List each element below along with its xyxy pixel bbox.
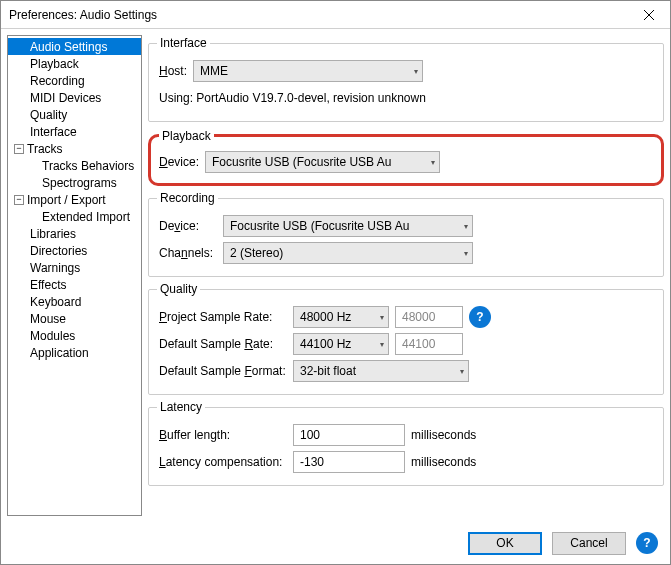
- playback-group-label: Playback: [159, 129, 214, 143]
- tree-item-extended-import[interactable]: Extended Import: [8, 208, 141, 225]
- tree-item-label: Warnings: [30, 261, 80, 275]
- tree-item-application[interactable]: Application: [8, 344, 141, 361]
- playback-group: Playback Device: Focusrite USB (Focusrit…: [148, 134, 664, 186]
- tree-item-mouse[interactable]: Mouse: [8, 310, 141, 327]
- titlebar: Preferences: Audio Settings: [1, 1, 670, 29]
- channels-value: 2 (Stereo): [230, 246, 464, 260]
- tree-item-label: Modules: [30, 329, 75, 343]
- tree-item-label: MIDI Devices: [30, 91, 101, 105]
- recording-device-label: Device:: [159, 219, 217, 233]
- tree-item-label: Keyboard: [30, 295, 81, 309]
- tree-item-modules[interactable]: Modules: [8, 327, 141, 344]
- chevron-down-icon: ▾: [414, 67, 418, 76]
- chevron-down-icon: ▾: [464, 249, 468, 258]
- tree-item-directories[interactable]: Directories: [8, 242, 141, 259]
- project-rate-custom-field[interactable]: 48000: [395, 306, 463, 328]
- main-area: Audio SettingsPlaybackRecordingMIDI Devi…: [1, 29, 670, 522]
- tree-item-label: Libraries: [30, 227, 76, 241]
- channels-combobox[interactable]: 2 (Stereo) ▾: [223, 242, 473, 264]
- question-icon: ?: [643, 536, 650, 550]
- tree-item-label: Mouse: [30, 312, 66, 326]
- tree-item-audio-settings[interactable]: Audio Settings: [8, 38, 141, 55]
- quality-group-label: Quality: [157, 282, 200, 296]
- default-rate-custom-field[interactable]: 44100: [395, 333, 463, 355]
- project-rate-value: 48000 Hz: [300, 310, 380, 324]
- using-text: Using: PortAudio V19.7.0-devel, revision…: [159, 91, 426, 105]
- default-rate-label: Default Sample Rate:: [159, 337, 287, 351]
- tree-item-label: Directories: [30, 244, 87, 258]
- recording-group: Recording Device: Focusrite USB (Focusri…: [148, 198, 664, 277]
- tree-item-label: Tracks Behaviors: [42, 159, 134, 173]
- question-icon: ?: [476, 310, 483, 324]
- buffer-value: 100: [300, 428, 320, 442]
- ok-button[interactable]: OK: [468, 532, 542, 555]
- tree-item-label: Application: [30, 346, 89, 360]
- chevron-down-icon: ▾: [380, 340, 384, 349]
- default-rate-value: 44100 Hz: [300, 337, 380, 351]
- default-rate-combobox[interactable]: 44100 Hz ▾: [293, 333, 389, 355]
- buffer-unit: milliseconds: [411, 428, 476, 442]
- chevron-down-icon: ▾: [431, 158, 435, 167]
- tree-item-label: Tracks: [27, 142, 63, 156]
- tree-toggle-icon[interactable]: −: [14, 144, 24, 154]
- ok-label: OK: [496, 536, 513, 550]
- tree-item-quality[interactable]: Quality: [8, 106, 141, 123]
- close-icon: [644, 10, 654, 20]
- format-label: Default Sample Format:: [159, 364, 287, 378]
- project-rate-combobox[interactable]: 48000 Hz ▾: [293, 306, 389, 328]
- project-rate-custom-value: 48000: [402, 310, 435, 324]
- category-tree[interactable]: Audio SettingsPlaybackRecordingMIDI Devi…: [7, 35, 142, 516]
- tree-item-label: Extended Import: [42, 210, 130, 224]
- host-value: MME: [200, 64, 414, 78]
- tree-item-effects[interactable]: Effects: [8, 276, 141, 293]
- settings-panel: Interface Host: MME ▾ Using: PortAudio V…: [148, 35, 664, 516]
- tree-item-spectrograms[interactable]: Spectrograms: [8, 174, 141, 191]
- quality-group: Quality Project Sample Rate: 48000 Hz ▾ …: [148, 289, 664, 395]
- tree-item-label: Spectrograms: [42, 176, 117, 190]
- recording-device-value: Focusrite USB (Focusrite USB Au: [230, 219, 464, 233]
- host-combobox[interactable]: MME ▾: [193, 60, 423, 82]
- playback-device-label: Device:: [159, 155, 199, 169]
- comp-field[interactable]: -130: [293, 451, 405, 473]
- playback-device-value: Focusrite USB (Focusrite USB Au: [212, 155, 431, 169]
- tree-item-tracks-behaviors[interactable]: Tracks Behaviors: [8, 157, 141, 174]
- latency-group: Latency Buffer length: 100 milliseconds …: [148, 407, 664, 486]
- tree-item-import-export[interactable]: −Import / Export: [8, 191, 141, 208]
- project-rate-label: Project Sample Rate:: [159, 310, 287, 324]
- tree-item-label: Playback: [30, 57, 79, 71]
- comp-label: Latency compensation:: [159, 455, 287, 469]
- recording-group-label: Recording: [157, 191, 218, 205]
- cancel-label: Cancel: [570, 536, 607, 550]
- tree-item-playback[interactable]: Playback: [8, 55, 141, 72]
- cancel-button[interactable]: Cancel: [552, 532, 626, 555]
- channels-label: Channels:: [159, 246, 217, 260]
- help-button-bottom[interactable]: ?: [636, 532, 658, 554]
- help-button[interactable]: ?: [469, 306, 491, 328]
- tree-item-label: Audio Settings: [30, 40, 107, 54]
- tree-item-keyboard[interactable]: Keyboard: [8, 293, 141, 310]
- tree-item-label: Quality: [30, 108, 67, 122]
- tree-item-tracks[interactable]: −Tracks: [8, 140, 141, 157]
- host-label: Host:: [159, 64, 187, 78]
- button-bar: OK Cancel ?: [1, 522, 670, 564]
- playback-device-combobox[interactable]: Focusrite USB (Focusrite USB Au ▾: [205, 151, 440, 173]
- recording-device-combobox[interactable]: Focusrite USB (Focusrite USB Au ▾: [223, 215, 473, 237]
- comp-unit: milliseconds: [411, 455, 476, 469]
- latency-group-label: Latency: [157, 400, 205, 414]
- interface-group: Interface Host: MME ▾ Using: PortAudio V…: [148, 43, 664, 122]
- comp-value: -130: [300, 455, 324, 469]
- tree-item-interface[interactable]: Interface: [8, 123, 141, 140]
- format-combobox[interactable]: 32-bit float ▾: [293, 360, 469, 382]
- tree-item-label: Recording: [30, 74, 85, 88]
- buffer-field[interactable]: 100: [293, 424, 405, 446]
- chevron-down-icon: ▾: [460, 367, 464, 376]
- window-title: Preferences: Audio Settings: [9, 8, 628, 22]
- tree-item-label: Import / Export: [27, 193, 106, 207]
- close-button[interactable]: [628, 1, 670, 29]
- tree-item-libraries[interactable]: Libraries: [8, 225, 141, 242]
- tree-item-warnings[interactable]: Warnings: [8, 259, 141, 276]
- tree-item-midi-devices[interactable]: MIDI Devices: [8, 89, 141, 106]
- format-value: 32-bit float: [300, 364, 460, 378]
- tree-toggle-icon[interactable]: −: [14, 195, 24, 205]
- tree-item-recording[interactable]: Recording: [8, 72, 141, 89]
